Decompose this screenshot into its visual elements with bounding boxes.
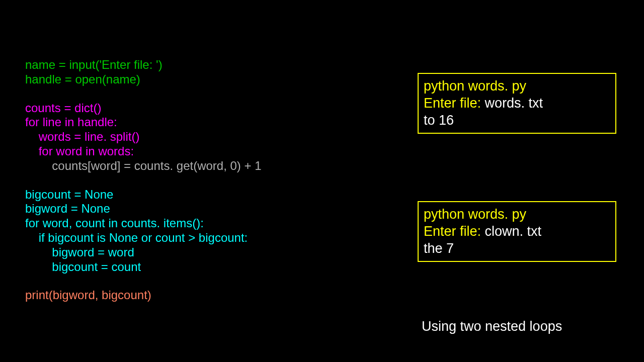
output-input: words. txt xyxy=(485,96,543,111)
code-line: print(bigword, bigcount) xyxy=(25,288,403,303)
code-line: if bigcount is None or count > bigcount: xyxy=(25,231,403,245)
code-line: bigword = None xyxy=(25,202,403,216)
output-prompt: Enter file: xyxy=(424,96,485,111)
output-line: Enter file: clown. txt xyxy=(424,223,610,240)
code-line: words = line. split() xyxy=(25,130,403,144)
code-line: for line in handle: xyxy=(25,115,403,130)
output-input: clown. txt xyxy=(485,224,542,239)
output-box-1: python words. py Enter file: words. txt … xyxy=(418,73,616,134)
code-line: bigcount = count xyxy=(25,260,403,275)
output-result: to 16 xyxy=(424,113,454,128)
code-line: bigword = word xyxy=(25,245,403,260)
output-command: python words. py xyxy=(424,78,526,94)
output-line: python words. py xyxy=(424,78,610,95)
code-line: for word in words: xyxy=(25,144,403,159)
output-prompt: Enter file: xyxy=(424,224,485,239)
output-line: to 16 xyxy=(424,112,610,129)
output-box-2: python words. py Enter file: clown. txt … xyxy=(418,201,616,262)
code-line: name = input('Enter file: ') xyxy=(25,58,403,72)
output-command: python words. py xyxy=(424,207,526,222)
blank-line xyxy=(25,274,403,288)
output-result: the 7 xyxy=(424,241,454,256)
code-line: for word, count in counts. items(): xyxy=(25,216,403,231)
output-line: python words. py xyxy=(424,206,610,223)
code-line: counts[word] = counts. get(word, 0) + 1 xyxy=(25,159,403,173)
slide-caption: Using two nested loops xyxy=(422,319,562,334)
code-line: bigcount = None xyxy=(25,188,403,202)
blank-line xyxy=(25,173,403,188)
output-line: Enter file: words. txt xyxy=(424,95,610,112)
code-line: counts = dict() xyxy=(25,101,403,116)
output-line: the 7 xyxy=(424,240,610,257)
code-listing: name = input('Enter file: ') handle = op… xyxy=(25,58,403,303)
blank-line xyxy=(25,87,403,101)
code-line: handle = open(name) xyxy=(25,72,403,87)
